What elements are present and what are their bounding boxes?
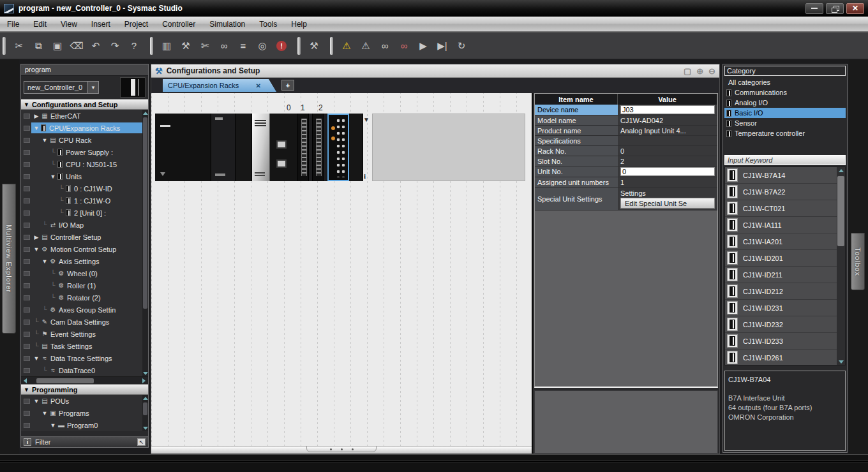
vertical-scrollbar[interactable] bbox=[837, 167, 845, 365]
rack-dropdown-icon[interactable]: ▼ bbox=[363, 116, 370, 123]
tree-item-ethercat[interactable]: ▶▦EtherCAT bbox=[21, 110, 148, 122]
build-icon[interactable]: ⚒ bbox=[176, 37, 195, 55]
collapse-icon[interactable]: ▼ bbox=[33, 125, 40, 131]
property-item-label[interactable]: Device name bbox=[535, 105, 618, 115]
property-value[interactable]: 0 bbox=[618, 146, 717, 156]
delete-icon[interactable]: ⌫ bbox=[67, 37, 86, 55]
module-cj1w-ia201[interactable]: CJ1W-IA201 bbox=[725, 233, 845, 250]
tree-item-roller-1[interactable]: └⚙Roller (1) bbox=[21, 279, 148, 291]
vertical-scrollbar[interactable] bbox=[142, 395, 148, 431]
module-cj1w-id233[interactable]: CJ1W-ID233 bbox=[725, 333, 845, 350]
property-value[interactable]: 2 bbox=[618, 156, 717, 166]
unit-slot-2-selected[interactable] bbox=[327, 114, 349, 181]
vscroll-thumb[interactable] bbox=[143, 117, 147, 309]
hscroll-thumb[interactable] bbox=[36, 378, 94, 383]
module-cj1w-b7a14[interactable]: CJ1W-B7A14 bbox=[725, 167, 845, 184]
cut-icon[interactable]: ✂ bbox=[10, 37, 29, 55]
collapse-icon[interactable]: ▼ bbox=[33, 246, 40, 253]
pin-icon[interactable]: ↖ bbox=[137, 438, 146, 446]
menu-tools[interactable]: Tools bbox=[252, 17, 284, 31]
expand-icon[interactable]: ▶ bbox=[33, 113, 40, 119]
undo-icon[interactable]: ↶ bbox=[86, 37, 105, 55]
edit-special-unit-settings-button[interactable]: Edit Special Unit Se bbox=[620, 198, 715, 209]
property-item-label[interactable]: Slot No. bbox=[535, 156, 618, 166]
monitor-icon[interactable]: ∞ bbox=[375, 37, 394, 55]
tree-item-cam-data-settings[interactable]: └✎Cam Data Settings bbox=[21, 316, 148, 328]
tree-item-cpu-rack[interactable]: ▼▤CPU Rack bbox=[21, 134, 148, 146]
keyword-search-input[interactable]: Input Keyword bbox=[724, 155, 846, 165]
module-cj1w-id201[interactable]: CJ1W-ID201 bbox=[725, 250, 845, 267]
multiview-explorer-tab[interactable]: Multiview Explorer bbox=[2, 184, 16, 334]
module-cj1w-id261[interactable]: CJ1W-ID261 bbox=[725, 350, 845, 365]
search-icon[interactable]: ◎ bbox=[253, 37, 272, 55]
tree-item-rotator-2[interactable]: └⚙Rotator (2) bbox=[21, 291, 148, 304]
zoom-out-icon[interactable]: ⊖ bbox=[708, 66, 715, 76]
tree-item-controller-setup[interactable]: ▶▤Controller Setup bbox=[21, 231, 148, 243]
watch-icon[interactable]: ∞ bbox=[214, 37, 234, 55]
tab-close-icon[interactable]: ✕ bbox=[256, 82, 261, 89]
tab-cpu-expansion-racks[interactable]: CPU/Expansion Racks ✕ bbox=[163, 79, 276, 92]
property-value[interactable]: 1 bbox=[618, 177, 717, 187]
fit-to-window-icon[interactable]: ▢ bbox=[684, 66, 691, 76]
tree-item-0-cj1w-id[interactable]: └0 : CJ1W-ID bbox=[21, 182, 148, 195]
property-item-label[interactable]: Special Unit Settings bbox=[535, 188, 618, 210]
program-check-icon[interactable]: ✄ bbox=[195, 37, 214, 55]
property-item-label[interactable]: Product name bbox=[535, 126, 618, 135]
tree-item-programs[interactable]: ▼▣Programs bbox=[21, 407, 148, 419]
menu-help[interactable]: Help bbox=[284, 17, 314, 31]
tree-item-motion-control-setup[interactable]: ▼⚙Motion Control Setup bbox=[21, 243, 148, 255]
error-list-icon[interactable]: ! bbox=[272, 37, 291, 55]
menu-simulation[interactable]: Simulation bbox=[202, 17, 252, 31]
property-value[interactable] bbox=[618, 136, 717, 145]
collapse-icon[interactable]: ▼ bbox=[41, 137, 49, 144]
scroll-down-icon[interactable] bbox=[142, 370, 148, 376]
property-item-label[interactable]: Assigned unit numbers bbox=[535, 177, 618, 187]
tree-item-program0[interactable]: ▼▬Program0 bbox=[21, 419, 148, 431]
property-value[interactable]: CJ1W-AD042 bbox=[618, 115, 717, 125]
cpu-faceplate[interactable] bbox=[252, 114, 270, 181]
tree-item-2-unit-0[interactable]: └2 [Unit 0] : bbox=[21, 207, 148, 219]
vertical-scrollbar[interactable] bbox=[142, 110, 148, 376]
close-button[interactable]: ✕ bbox=[846, 3, 864, 14]
tree-item-event-settings[interactable]: └⚑Event Settings bbox=[21, 328, 148, 340]
category-sensor[interactable]: Sensor bbox=[724, 118, 846, 128]
property-item-label[interactable]: Specifications bbox=[535, 136, 618, 145]
unit-slot-0[interactable] bbox=[298, 114, 309, 181]
tree-item-data-trace-settings[interactable]: ▼≈Data Trace Settings bbox=[21, 352, 148, 364]
expand-icon[interactable]: ▶ bbox=[33, 234, 40, 240]
value-input[interactable]: J03 bbox=[620, 105, 715, 114]
tree-item-cpu-nj501-15[interactable]: └CPU : NJ501-15 bbox=[21, 158, 148, 170]
tree-item-pous[interactable]: ▼▤POUs bbox=[21, 395, 148, 407]
help-icon[interactable]: ? bbox=[124, 37, 144, 55]
tree-item-units[interactable]: ▼Units bbox=[21, 170, 148, 182]
tree-item-axes-group-settin[interactable]: └⚙Axes Group Settin bbox=[21, 304, 148, 316]
scroll-up-icon[interactable] bbox=[142, 395, 148, 401]
category-temperature-controller[interactable]: Temperature controller bbox=[724, 128, 846, 138]
property-value[interactable]: Analog Input Unit 4... bbox=[618, 126, 717, 135]
splitter-grip[interactable] bbox=[306, 446, 377, 452]
restore-button[interactable] bbox=[826, 3, 844, 14]
tree-item-wheel-0[interactable]: └⚙Wheel (0) bbox=[21, 267, 148, 279]
collapse-icon[interactable]: ▼ bbox=[41, 410, 49, 417]
vscroll-thumb[interactable] bbox=[143, 402, 147, 415]
category-analog-i-o[interactable]: Analog I/O bbox=[724, 98, 846, 108]
toolbox-tab[interactable]: Toolbox bbox=[851, 233, 865, 290]
menu-controller[interactable]: Controller bbox=[155, 17, 202, 31]
unit-slot-1[interactable] bbox=[313, 114, 324, 181]
tree-item-i-o-map[interactable]: └⇄I/O Map bbox=[21, 219, 148, 231]
tree-item-cpu-expansion-racks[interactable]: ▼CPU/Expansion Racks bbox=[21, 122, 148, 134]
filter-bar[interactable]: i Filter ↖ bbox=[21, 436, 148, 447]
menu-insert[interactable]: Insert bbox=[84, 17, 117, 31]
paste-icon[interactable]: ▣ bbox=[48, 37, 67, 55]
property-item-label[interactable]: Model name bbox=[535, 115, 618, 125]
scroll-left-icon[interactable] bbox=[24, 378, 27, 383]
cpu-left-module[interactable] bbox=[211, 114, 236, 181]
section-programming[interactable]: ▼ Programming bbox=[21, 384, 148, 395]
scroll-right-icon[interactable] bbox=[142, 378, 146, 383]
run-icon[interactable]: ▶ bbox=[414, 37, 433, 55]
copy-icon[interactable]: ⧉ bbox=[29, 37, 48, 55]
reset-icon[interactable]: ↻ bbox=[452, 37, 471, 55]
go-online-icon[interactable]: ⚠ bbox=[337, 37, 356, 55]
go-offline-icon[interactable]: ⚠ bbox=[356, 37, 375, 55]
module-cj1w-ia111[interactable]: CJ1W-IA111 bbox=[725, 217, 845, 233]
